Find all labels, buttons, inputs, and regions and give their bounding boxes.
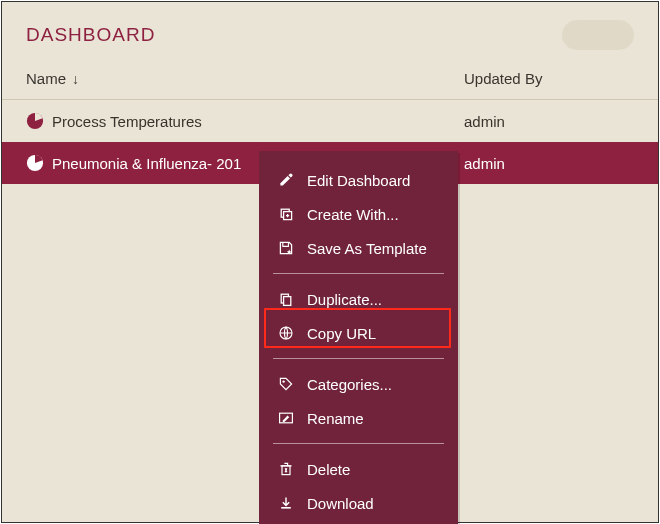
menu-item-label: Duplicate...: [307, 291, 382, 308]
tag-icon: [277, 375, 295, 393]
menu-item-label: Rename: [307, 410, 364, 427]
rename-icon: [277, 409, 295, 427]
menu-item-label: Delete: [307, 461, 350, 478]
menu-separator: [273, 273, 444, 274]
menu-item-download[interactable]: Download: [259, 486, 458, 520]
menu-item-duplicate[interactable]: Duplicate...: [259, 282, 458, 316]
svg-rect-5: [284, 297, 291, 306]
svg-point-7: [282, 380, 284, 382]
menu-item-label: Categories...: [307, 376, 392, 393]
row-label: Process Temperatures: [52, 113, 464, 130]
pie-chart-icon: [26, 154, 44, 172]
globe-icon: [277, 324, 295, 342]
menu-separator: [273, 358, 444, 359]
pie-chart-icon: [26, 112, 44, 130]
menu-item-categories[interactable]: Categories...: [259, 367, 458, 401]
menu-item-label: Edit Dashboard: [307, 172, 410, 189]
menu-item-delete[interactable]: Delete: [259, 452, 458, 486]
table-column-header: Name ↓ Updated By: [2, 60, 658, 100]
row-updated-by: admin: [464, 113, 634, 130]
header-pill-button[interactable]: [562, 20, 634, 50]
table-row[interactable]: Process Temperatures admin: [2, 100, 658, 142]
duplicate-icon: [277, 290, 295, 308]
menu-item-label: Create With...: [307, 206, 399, 223]
menu-item-label: Copy URL: [307, 325, 376, 342]
pencil-icon: [277, 171, 295, 189]
menu-item-save-as-template[interactable]: Save As Template: [259, 231, 458, 265]
menu-item-label: Download: [307, 495, 374, 512]
copy-plus-icon: [277, 205, 295, 223]
download-icon: [277, 494, 295, 512]
context-menu: Edit Dashboard Create With... Save As Te…: [259, 151, 458, 524]
col-header-name[interactable]: Name ↓: [26, 70, 464, 87]
trash-icon: [277, 460, 295, 478]
row-updated-by: admin: [464, 155, 634, 172]
col-header-updated-by[interactable]: Updated By: [464, 70, 634, 87]
menu-item-label: Save As Template: [307, 240, 427, 257]
save-star-icon: [277, 239, 295, 257]
menu-item-rename[interactable]: Rename: [259, 401, 458, 435]
app-frame: DASHBOARD Name ↓ Updated By Process Temp…: [1, 1, 659, 523]
col-header-name-label: Name: [26, 70, 66, 87]
page-header: DASHBOARD: [2, 2, 658, 60]
col-header-updated-by-label: Updated By: [464, 70, 542, 87]
menu-item-create-with[interactable]: Create With...: [259, 197, 458, 231]
menu-item-copy-url[interactable]: Copy URL: [259, 316, 458, 350]
svg-rect-10: [281, 507, 291, 509]
page-title: DASHBOARD: [26, 24, 155, 46]
menu-item-edit-dashboard[interactable]: Edit Dashboard: [259, 163, 458, 197]
sort-descending-icon: ↓: [72, 71, 79, 87]
menu-separator: [273, 443, 444, 444]
